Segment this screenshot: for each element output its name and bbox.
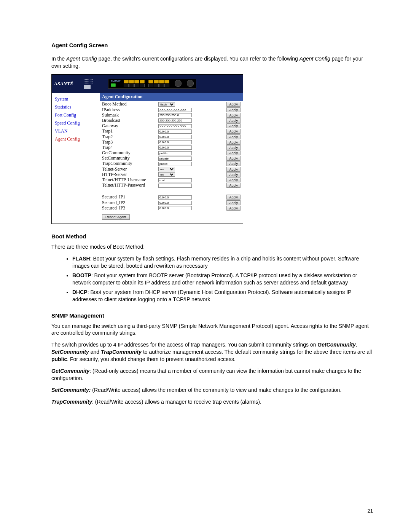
apply-button[interactable]: Apply (226, 200, 241, 205)
page-number: 21 (368, 508, 373, 514)
config-row: TrapCommunityApply (100, 161, 243, 166)
sidebar-item-vlan[interactable]: VLAN (55, 127, 97, 135)
device-image-bar: ASANTÉ • • • • • • • •• • • • • • • •• •… (52, 75, 243, 93)
sec-input-secured-ip2[interactable] (158, 201, 192, 205)
uplink-port-icon (187, 80, 194, 87)
apply-button[interactable]: Apply (226, 102, 241, 107)
apply-button[interactable]: Apply (226, 177, 241, 182)
config-row: Secured_IP2Apply (100, 200, 243, 205)
cfg-input-telnet-http-username[interactable] (158, 178, 192, 182)
snmp-p2: The switch provides up to 4 IP addresses… (51, 341, 373, 363)
config-label: SetCommunity (100, 155, 158, 161)
config-label: Trap3 (100, 139, 158, 145)
cfg-select-telnet-server[interactable]: on (158, 167, 175, 171)
apply-button[interactable]: Apply (226, 123, 241, 128)
apply-button[interactable]: Apply (226, 118, 241, 123)
apply-button[interactable]: Apply (226, 150, 241, 155)
boot-method-list: FLASH: Boot your system by flash setting… (72, 255, 373, 303)
config-row: SubmaskApply (100, 112, 243, 118)
agent-config-screenshot: ASANTÉ • • • • • • • •• • • • • • • •• •… (51, 74, 243, 224)
switch-graphic: FM2017 (108, 79, 196, 89)
config-label: TrapCommunity (100, 161, 158, 166)
apply-button[interactable]: Apply (226, 206, 241, 211)
apply-button[interactable]: Apply (226, 129, 241, 134)
sidebar-item-port-config[interactable]: Port Config (55, 111, 97, 119)
cfg-input-ipaddress[interactable] (158, 108, 192, 112)
apply-button[interactable]: Apply (226, 172, 241, 177)
config-row: Telnet-ServeronApply (100, 166, 243, 172)
config-row: Telnet/HTTP-UsernameApply (100, 177, 243, 182)
boot-method-intro: There are three modes of Boot Method: (51, 243, 373, 251)
config-row: Trap3Apply (100, 139, 243, 145)
intro-paragraph: In the Agent Config page, the switch's c… (51, 55, 373, 70)
sidebar-item-agent-config[interactable]: Agent Config (55, 135, 97, 143)
cfg-select-http-server[interactable]: on (158, 172, 175, 177)
config-row: HTTP-ServeronApply (100, 172, 243, 177)
sec-input-secured-ip3[interactable] (158, 206, 192, 210)
reboot-agent-button[interactable]: Reboot Agent (102, 214, 130, 220)
config-row: IPaddressApply (100, 107, 243, 112)
apply-button[interactable]: Apply (226, 134, 241, 139)
config-label: GetCommunity (100, 150, 158, 156)
snmp-p1: You can manage the switch using a third-… (51, 323, 373, 337)
apply-button[interactable]: Apply (226, 167, 241, 172)
config-row: Trap2Apply (100, 134, 243, 139)
cfg-input-getcommunity[interactable] (158, 151, 192, 155)
config-label: Trap1 (100, 128, 158, 134)
config-row: BroadcastApply (100, 118, 243, 123)
config-label: Secured_IP1 (100, 194, 158, 200)
config-row: GatewayApply (100, 123, 243, 129)
boot-method-item: FLASH: Boot your system by flash setting… (72, 255, 373, 270)
cfg-input-trap4[interactable] (158, 145, 192, 150)
sidebar-item-statistics[interactable]: Statistics (55, 103, 97, 111)
config-label: Telnet/HTTP-Password (100, 182, 158, 188)
panel-title: Agent Configuration (100, 93, 243, 101)
config-row: Boot-MethodflashApply (100, 102, 243, 107)
cfg-input-broadcast[interactable] (158, 118, 192, 123)
apply-button[interactable]: Apply (226, 140, 241, 145)
cfg-input-trap3[interactable] (158, 140, 192, 144)
cfg-input-trap1[interactable] (158, 129, 192, 134)
sec-input-secured-ip1[interactable] (158, 195, 192, 200)
config-row: SetCommunityApply (100, 156, 243, 161)
config-label: Secured_IP3 (100, 205, 158, 211)
uplink-port-icon (175, 80, 182, 87)
cfg-input-setcommunity[interactable] (158, 157, 192, 161)
apply-button[interactable]: Apply (226, 145, 241, 150)
page-title: Agent Config Screen (51, 42, 373, 48)
config-row: GetCommunityApply (100, 150, 243, 155)
port-indicator-mini: • • • • • • • •• • • • • • • •• • • • • … (84, 78, 105, 89)
config-label: IPaddress (100, 107, 158, 113)
config-label: Gateway (100, 123, 158, 129)
apply-button[interactable]: Apply (226, 156, 241, 161)
cfg-input-gateway[interactable] (158, 124, 192, 128)
config-label: Submask (100, 112, 158, 118)
boot-method-item: DHCP: Boot your system from DHCP server … (72, 289, 373, 303)
cfg-input-trap2[interactable] (158, 135, 192, 139)
def-getcommunity: GetCommunity: (Read-only access) means t… (51, 367, 373, 382)
config-label: Trap4 (100, 145, 158, 150)
cfg-input-trapcommunity[interactable] (158, 162, 192, 166)
snmp-heading: SNMP Management (51, 312, 373, 319)
cfg-input-telnet-http-password[interactable] (158, 184, 192, 188)
apply-button[interactable]: Apply (226, 107, 241, 112)
cfg-select-boot-method[interactable]: flash (158, 102, 175, 107)
apply-button[interactable]: Apply (226, 183, 241, 188)
config-row: Telnet/HTTP-PasswordApply (100, 183, 243, 188)
apply-button[interactable]: Apply (226, 113, 241, 118)
config-row: Trap1Apply (100, 129, 243, 134)
sidebar-item-speed-config[interactable]: Speed Config (55, 119, 97, 127)
config-label: Telnet/HTTP-Username (100, 177, 158, 183)
apply-button[interactable]: Apply (226, 161, 241, 166)
apply-button[interactable]: Apply (226, 195, 241, 200)
power-led-icon (111, 83, 116, 87)
boot-method-heading: Boot Method (51, 233, 373, 240)
def-setcommunity: SetCommunity: (Read/Write access) allows… (51, 387, 373, 394)
config-label: Secured_IP2 (100, 200, 158, 206)
config-label: Broadcast (100, 118, 158, 123)
config-label: Telnet-Server (100, 166, 158, 172)
config-label: Boot-Method (100, 101, 158, 107)
sidebar-item-system[interactable]: System (55, 95, 97, 103)
boot-method-item: BOOTP: Boot your system from BOOTP serve… (72, 272, 373, 286)
cfg-input-submask[interactable] (158, 113, 192, 117)
